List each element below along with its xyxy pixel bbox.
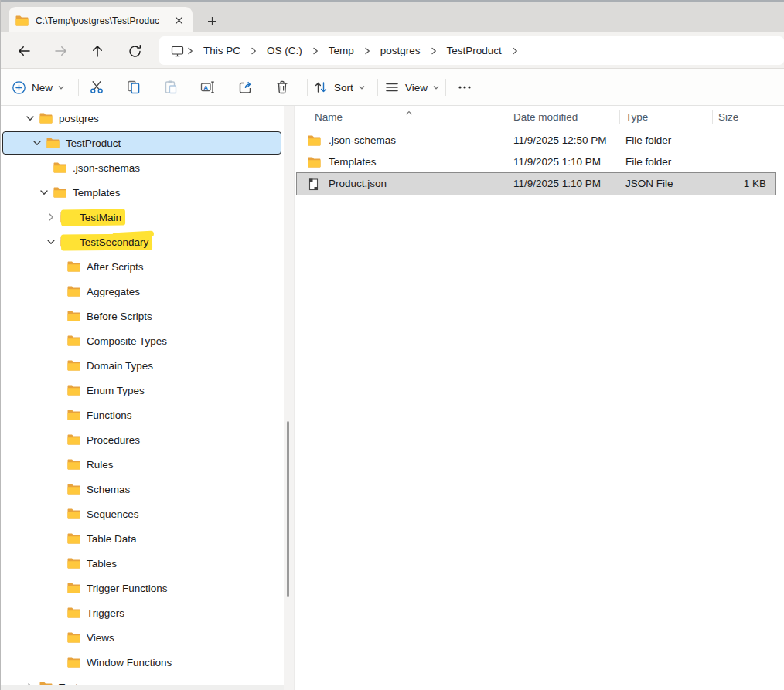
tree-item-trigger-functions[interactable]: Trigger Functions	[1, 576, 284, 600]
tree-item-label: Domain Types	[87, 360, 153, 372]
refresh-button[interactable]	[121, 38, 148, 64]
tree-item-table-data[interactable]: Table Data	[1, 526, 284, 551]
column-separator[interactable]	[779, 110, 779, 124]
tree-item-triggers[interactable]: Triggers	[1, 600, 284, 625]
tree-item-views[interactable]: Views	[1, 625, 284, 650]
ellipsis-icon	[456, 80, 473, 95]
tree-item-testmain[interactable]: TestMain	[1, 205, 284, 229]
tree-item-label: TestSecondary	[80, 236, 148, 248]
tree-item-label: TestProduct	[66, 138, 121, 149]
file-row-json-schemas[interactable]: .json-schemas11/9/2025 12:50 PMFile fold…	[297, 130, 775, 151]
breadcrumb-item-temp[interactable]: Temp	[322, 41, 361, 60]
tree-item-aggregates[interactable]: Aggregates	[1, 279, 284, 304]
tree-item-enum-types[interactable]: Enum Types	[1, 378, 284, 403]
tree-item-label: After Scripts	[87, 261, 144, 273]
column-separator[interactable]	[619, 110, 620, 124]
copy-icon	[126, 80, 141, 95]
tree-item-json-schemas[interactable]: .json-schemas	[1, 155, 284, 180]
trash-icon	[274, 80, 290, 95]
share-icon	[237, 80, 253, 95]
chevron-spacer	[53, 360, 63, 371]
column-header-date-modified[interactable]: Date modified	[513, 110, 578, 125]
tree-item-label: Schemas	[87, 484, 130, 495]
tree-item-label: Before Scripts	[87, 311, 152, 322]
column-header-type[interactable]: Type	[625, 110, 648, 125]
tree-item-sequences[interactable]: Sequences	[1, 501, 284, 526]
tree-item-rules[interactable]: Rules	[1, 452, 284, 477]
column-header-size[interactable]: Size	[718, 110, 738, 125]
tree-item-domain-types[interactable]: Domain Types	[1, 353, 284, 378]
chevron-down-icon[interactable]	[39, 187, 49, 198]
back-button[interactable]	[11, 38, 37, 64]
breadcrumb-chevron-icon[interactable]	[509, 46, 521, 56]
tree-item-postgres[interactable]: postgres	[1, 106, 284, 131]
up-button[interactable]	[84, 38, 111, 64]
chevron-right-icon[interactable]	[46, 212, 56, 223]
address-bar[interactable]: This PCOS (C:)TemppostgresTestProduct	[159, 36, 784, 65]
chevron-spacer	[53, 385, 63, 396]
folder-icon	[67, 434, 80, 445]
column-separator[interactable]	[712, 110, 713, 124]
file-name: Templates	[329, 151, 377, 173]
column-separator[interactable]	[506, 110, 506, 124]
tree-item-templates[interactable]: Templates	[1, 180, 284, 205]
breadcrumb-chevron-icon[interactable]	[309, 46, 322, 56]
new-button[interactable]: New	[9, 75, 68, 100]
forward-arrow-icon	[53, 43, 69, 59]
breadcrumb-chevron-icon[interactable]	[247, 46, 260, 56]
cut-button[interactable]	[84, 75, 109, 100]
tree-item-before-scripts[interactable]: Before Scripts	[1, 304, 284, 328]
chevron-down-icon[interactable]	[32, 138, 43, 148]
chevron-down-icon[interactable]	[25, 113, 36, 124]
chevron-down-icon	[57, 83, 65, 91]
paste-button[interactable]	[159, 75, 183, 100]
tree-item-label: Table Data	[87, 533, 137, 545]
breadcrumb-item-this-pc[interactable]: This PC	[196, 41, 247, 60]
tree-item-testproduct[interactable]: TestProduct	[1, 131, 284, 155]
tree-item-test[interactable]: Test	[1, 675, 284, 685]
see-more-button[interactable]	[451, 75, 479, 100]
tree-horizontal-scrollbar[interactable]	[1, 685, 284, 690]
tree-item-composite-types[interactable]: Composite Types	[1, 328, 284, 353]
toolbar-separator	[377, 79, 378, 96]
rename-button[interactable]: A	[196, 75, 220, 100]
breadcrumb-chevron-icon[interactable]	[361, 46, 373, 56]
file-row-templates[interactable]: Templates11/9/2025 1:10 PMFile folder	[297, 151, 775, 173]
navigation-bar: This PCOS (C:)TemppostgresTestProduct	[1, 32, 784, 69]
delete-button[interactable]	[270, 75, 295, 100]
copy-button[interactable]	[121, 75, 146, 100]
paste-icon	[163, 80, 179, 95]
view-button[interactable]: View	[381, 75, 443, 100]
forward-button[interactable]	[48, 38, 74, 64]
file-date-modified: 11/9/2025 1:10 PM	[513, 173, 601, 195]
breadcrumb-item-os-c[interactable]: OS (C:)	[260, 41, 309, 60]
tree-item-schemas[interactable]: Schemas	[1, 477, 284, 501]
tree-scrollbar-track[interactable]	[284, 106, 294, 690]
tree-item-procedures[interactable]: Procedures	[1, 427, 284, 452]
toolbar: New A Sort View	[1, 69, 784, 106]
tree-scrollbar-thumb[interactable]	[287, 421, 289, 597]
tree-item-label: postgres	[59, 113, 99, 124]
tab-close-icon[interactable]	[171, 13, 186, 29]
tree-item-window-functions[interactable]: Window Functions	[1, 650, 284, 675]
breadcrumb-chevron-icon[interactable]	[184, 46, 196, 56]
tree-item-testsecondary[interactable]: TestSecondary	[1, 229, 284, 254]
column-header-name[interactable]: Name	[315, 110, 343, 125]
tree-item-label: Procedures	[87, 434, 140, 446]
file-explorer-window: C:\Temp\postgres\TestProduc This PCOS (C…	[0, 0, 784, 690]
breadcrumb-chevron-icon[interactable]	[428, 46, 440, 56]
new-tab-button[interactable]	[202, 11, 222, 31]
breadcrumb-item-testproduct[interactable]: TestProduct	[440, 41, 509, 60]
this-pc-icon[interactable]	[171, 45, 184, 57]
tree-item-tables[interactable]: Tables	[1, 551, 284, 576]
share-button[interactable]	[233, 75, 257, 100]
explorer-tab[interactable]: C:\Temp\postgres\TestProduc	[9, 7, 193, 34]
breadcrumb-item-postgres[interactable]: postgres	[373, 41, 428, 60]
file-size: 1 KB	[744, 173, 766, 195]
tree-item-after-scripts[interactable]: After Scripts	[1, 254, 284, 279]
sort-button[interactable]: Sort	[310, 75, 369, 100]
file-row-product-json[interactable]: Product.json11/9/2025 1:10 PMJSON File1 …	[297, 173, 775, 195]
sort-ascending-icon	[404, 106, 414, 119]
tree-item-functions[interactable]: Functions	[1, 403, 284, 427]
chevron-down-icon[interactable]	[46, 236, 56, 247]
